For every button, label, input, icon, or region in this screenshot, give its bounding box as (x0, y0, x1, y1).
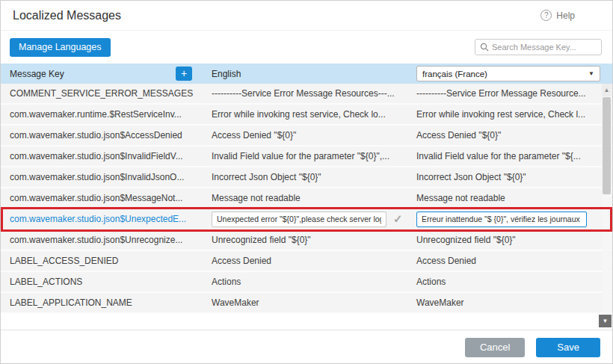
localized-messages-dialog: Localized Messages ? Help Manage Languag… (0, 0, 613, 364)
column-header-message-key: Message Key (10, 69, 64, 79)
toolbar: Manage Languages (1, 31, 612, 64)
check-icon[interactable]: ✓ (393, 212, 403, 226)
message-key-cell: com.wavemaker.studio.json$AccessDenied (1, 130, 204, 141)
english-cell: ----------Service Error Message Resource… (204, 88, 409, 99)
french-cell: WaveMaker (409, 297, 612, 308)
french-cell: Unrecognized field "${0}" (409, 235, 612, 245)
english-cell: Invalid Field value for the parameter "$… (204, 151, 409, 161)
message-key-cell: com.wavemaker.studio.json$InvalidJsonO..… (1, 172, 204, 182)
column-english: English (204, 69, 409, 79)
language-select-value: français (France) (422, 70, 487, 78)
english-cell: Error while invoking rest service, Check… (204, 109, 409, 120)
message-key-cell: LABEL_ACCESS_DENIED (1, 256, 204, 266)
column-language: français (France) ▼ (409, 66, 612, 81)
page-title: Localized Messages (13, 9, 121, 22)
english-cell: WaveMaker (204, 297, 409, 308)
scroll-down-button[interactable]: ▼ (599, 315, 612, 327)
search-input[interactable] (492, 43, 597, 52)
table-row[interactable]: com.wavemaker.studio.json$MessageNot... … (1, 188, 612, 209)
french-cell: Access Denied "${0}" (409, 130, 612, 141)
help-label: Help (556, 10, 575, 21)
english-cell: Incorrect Json Object "${0}" (204, 172, 409, 182)
french-cell: Access Denied (409, 256, 612, 266)
message-key-cell: com.wavemaker.runtime.$RestServiceInv... (1, 109, 204, 120)
english-cell: ✓ (204, 212, 409, 227)
message-key-cell: com.wavemaker.studio.json$UnexpectedE... (1, 214, 204, 224)
english-cell: Message not readable (204, 193, 409, 203)
english-message-input[interactable] (212, 212, 386, 227)
scrollbar[interactable]: ▲ ▼ (602, 84, 612, 327)
message-key-cell: LABEL_APPLICATION_NAME (1, 297, 204, 308)
message-key-cell: COMMENT_SERVICE_ERROR_MESSAGES (1, 88, 204, 99)
footer: Cancel Save (1, 330, 612, 364)
table-row[interactable]: LABEL_ACTIONS Actions Actions (1, 272, 612, 293)
table-row[interactable]: com.wavemaker.studio.json$AccessDenied A… (1, 126, 612, 146)
message-key-cell: com.wavemaker.studio.json$MessageNot... (1, 193, 204, 203)
table-body: COMMENT_SERVICE_ERROR_MESSAGES ---------… (1, 84, 612, 327)
help-icon: ? (540, 10, 552, 21)
french-cell: ----------Service Error Message Resource… (409, 88, 612, 99)
french-cell: Actions (409, 277, 612, 287)
table-header: Message Key + English français (France) … (1, 64, 612, 84)
table-row[interactable]: LABEL_APPLICATION_NAME WaveMaker WaveMak… (1, 293, 612, 314)
english-cell: Access Denied "${0}" (204, 130, 409, 141)
column-message-key: Message Key + (1, 67, 204, 81)
table-row[interactable]: com.wavemaker.studio.json$Unrecognize...… (1, 230, 612, 251)
english-cell: Actions (204, 277, 409, 287)
french-cell (409, 212, 612, 227)
search-icon (480, 43, 489, 52)
scroll-up-button[interactable]: ▲ (602, 84, 612, 96)
english-cell: Access Denied (204, 256, 409, 266)
column-header-english: English (212, 69, 241, 79)
table-row[interactable]: com.wavemaker.runtime.$RestServiceInv...… (1, 105, 612, 126)
message-key-cell: com.wavemaker.studio.json$InvalidFieldV.… (1, 151, 204, 161)
help-link[interactable]: ? Help (540, 10, 575, 21)
table-row[interactable]: com.wavemaker.studio.json$InvalidJsonO..… (1, 167, 612, 188)
table-row-editing[interactable]: com.wavemaker.studio.json$UnexpectedE...… (1, 209, 612, 230)
language-select[interactable]: français (France) ▼ (416, 66, 600, 81)
cancel-button[interactable]: Cancel (465, 338, 525, 357)
message-key-cell: com.wavemaker.studio.json$Unrecognize... (1, 235, 204, 245)
save-button[interactable]: Save (536, 338, 600, 357)
scrollbar-thumb[interactable] (603, 97, 611, 194)
french-cell: Message not readable (409, 193, 612, 203)
french-message-input[interactable] (416, 212, 587, 227)
french-cell: Incorrect Json Object "${0}" (409, 172, 612, 182)
manage-languages-button[interactable]: Manage Languages (10, 38, 111, 57)
english-cell: Unrecognized field "${0}" (204, 235, 409, 245)
table-row[interactable]: COMMENT_SERVICE_ERROR_MESSAGES ---------… (1, 84, 612, 105)
titlebar: Localized Messages ? Help (1, 1, 612, 31)
chevron-down-icon: ▼ (588, 70, 594, 77)
search-box[interactable] (475, 39, 602, 55)
french-cell: Error while invoking rest service, Check… (409, 109, 612, 120)
message-key-cell: LABEL_ACTIONS (1, 277, 204, 287)
table-row[interactable]: com.wavemaker.studio.json$InvalidFieldV.… (1, 146, 612, 167)
add-message-key-button[interactable]: + (176, 67, 192, 81)
table-row[interactable]: LABEL_ACCESS_DENIED Access Denied Access… (1, 251, 612, 272)
french-cell: Invalid Field value for the parameter "$… (409, 151, 612, 161)
